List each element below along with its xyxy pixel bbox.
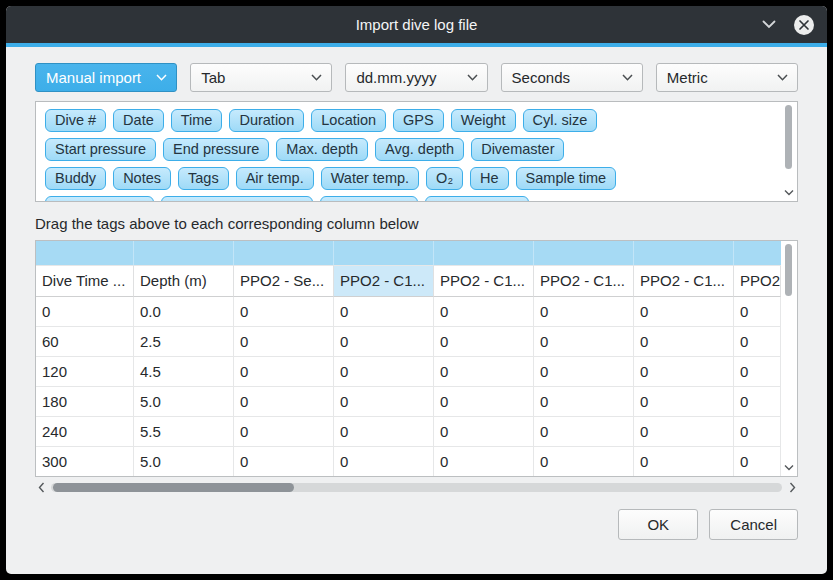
tag-end-pressure[interactable]: End pressure <box>163 138 269 161</box>
table-cell[interactable]: 0 <box>634 417 734 447</box>
table-cell[interactable]: 0 <box>334 447 434 477</box>
table-cell[interactable]: 0 <box>534 447 634 477</box>
table-cell[interactable]: 5.0 <box>134 447 234 477</box>
tag-cyl-size[interactable]: Cyl. size <box>523 109 598 132</box>
ok-button[interactable]: OK <box>618 509 698 540</box>
column-header[interactable]: PPO2 - C1... <box>334 266 434 297</box>
tag-location[interactable]: Location <box>311 109 386 132</box>
table-cell[interactable]: 0 <box>534 327 634 357</box>
table-cell[interactable]: 0 <box>534 387 634 417</box>
column-header[interactable]: Dive Time ... <box>36 266 134 297</box>
tag-sample-cns[interactable]: Sample CNS <box>425 196 529 202</box>
tag-max-depth[interactable]: Max. depth <box>276 138 368 161</box>
scroll-down-button[interactable] <box>784 186 794 198</box>
table-cell[interactable]: 4.5 <box>134 357 234 387</box>
tag-avg-depth[interactable]: Avg. depth <box>375 138 464 161</box>
table-cell[interactable]: 0 <box>334 297 434 327</box>
tag-notes[interactable]: Notes <box>113 167 171 190</box>
tag-he[interactable]: He <box>470 167 509 190</box>
tag-buddy[interactable]: Buddy <box>45 167 106 190</box>
column-header[interactable]: PPO2 - C1... <box>534 266 634 297</box>
cancel-button[interactable]: Cancel <box>709 509 798 540</box>
tag-list-scrollbar[interactable] <box>782 105 795 198</box>
table-cell[interactable]: 0 <box>334 327 434 357</box>
tag-weight[interactable]: Weight <box>451 109 516 132</box>
scroll-right-button[interactable] <box>786 481 798 495</box>
table-cell[interactable]: 0 <box>234 357 334 387</box>
table-cell[interactable]: 0 <box>634 327 734 357</box>
table-cell[interactable]: 0 <box>334 417 434 447</box>
units-select[interactable]: Metric <box>656 63 798 92</box>
table-cell[interactable]: 0 <box>234 327 334 357</box>
table-cell[interactable]: 0 <box>634 297 734 327</box>
tag-dive-number[interactable]: Dive # <box>45 109 106 132</box>
drop-target-cell[interactable] <box>334 241 434 266</box>
table-cell[interactable]: 2.5 <box>134 327 234 357</box>
duration-format-select[interactable]: Seconds <box>501 63 643 92</box>
table-cell[interactable]: 0 <box>734 297 781 327</box>
table-cell[interactable]: 0 <box>434 447 534 477</box>
table-cell[interactable]: 0 <box>36 297 134 327</box>
drop-target-cell[interactable] <box>634 241 734 266</box>
titlebar[interactable]: Import dive log file <box>6 6 827 43</box>
tag-gps[interactable]: GPS <box>393 109 444 132</box>
drop-target-cell[interactable] <box>734 241 781 266</box>
tag-divemaster[interactable]: Divemaster <box>471 138 564 161</box>
table-cell[interactable]: 0 <box>434 357 534 387</box>
table-cell[interactable]: 0 <box>634 447 734 477</box>
table-cell[interactable]: 60 <box>36 327 134 357</box>
table-cell[interactable]: 0 <box>434 417 534 447</box>
tag-sample-time[interactable]: Sample time <box>516 167 617 190</box>
date-format-select[interactable]: dd.mm.yyyy <box>345 63 487 92</box>
table-cell[interactable]: 5.5 <box>134 417 234 447</box>
table-cell[interactable]: 240 <box>36 417 134 447</box>
table-cell[interactable]: 0 <box>634 357 734 387</box>
table-cell[interactable]: 0 <box>634 387 734 417</box>
tag-start-pressure[interactable]: Start pressure <box>45 138 156 161</box>
table-cell[interactable]: 300 <box>36 447 134 477</box>
scrollbar-thumb[interactable] <box>785 105 792 169</box>
tag-duration[interactable]: Duration <box>229 109 304 132</box>
table-cell[interactable]: 180 <box>36 387 134 417</box>
table-cell[interactable]: 0.0 <box>134 297 234 327</box>
drop-target-cell[interactable] <box>134 241 234 266</box>
table-cell[interactable]: 5.0 <box>134 387 234 417</box>
table-vertical-scrollbar[interactable] <box>782 244 795 473</box>
tag-water-temp[interactable]: Water temp. <box>321 167 419 190</box>
tag-sample-temperature[interactable]: Sample temperature <box>161 196 312 202</box>
scrollbar-thumb[interactable] <box>785 244 792 296</box>
scroll-down-button[interactable] <box>784 461 794 473</box>
shade-chevron-button[interactable] <box>758 14 780 36</box>
import-mode-select[interactable]: Manual import <box>35 63 177 92</box>
table-cell[interactable]: 0 <box>534 417 634 447</box>
field-separator-select[interactable]: Tab <box>190 63 332 92</box>
table-cell[interactable]: 0 <box>734 447 781 477</box>
column-header[interactable]: PPO2 - C1... <box>434 266 534 297</box>
table-cell[interactable]: 0 <box>334 357 434 387</box>
tag-sample-depth[interactable]: Sample depth <box>45 196 154 202</box>
scrollbar-thumb[interactable] <box>53 483 294 492</box>
table-cell[interactable]: 0 <box>434 297 534 327</box>
scroll-left-button[interactable] <box>35 481 47 495</box>
table-horizontal-scrollbar[interactable] <box>35 480 798 495</box>
drop-target-cell[interactable] <box>534 241 634 266</box>
table-cell[interactable]: 0 <box>234 417 334 447</box>
table-cell[interactable]: 0 <box>734 327 781 357</box>
table-cell[interactable]: 0 <box>734 417 781 447</box>
tag-air-temp[interactable]: Air temp. <box>236 167 314 190</box>
table-cell[interactable]: 0 <box>534 357 634 387</box>
table-cell[interactable]: 0 <box>234 387 334 417</box>
table-cell[interactable]: 0 <box>234 447 334 477</box>
table-cell[interactable]: 0 <box>334 387 434 417</box>
table-cell[interactable]: 0 <box>234 297 334 327</box>
table-cell[interactable]: 0 <box>434 387 534 417</box>
table-cell[interactable]: 0 <box>734 387 781 417</box>
close-button[interactable] <box>793 14 815 36</box>
column-header[interactable]: PPO2 - Se... <box>234 266 334 297</box>
table-cell[interactable]: 0 <box>734 357 781 387</box>
column-header[interactable]: PPO2 <box>734 266 781 297</box>
drop-target-cell[interactable] <box>434 241 534 266</box>
tag-tags[interactable]: Tags <box>178 167 229 190</box>
table-cell[interactable]: 120 <box>36 357 134 387</box>
scrollbar-track[interactable] <box>51 483 782 492</box>
